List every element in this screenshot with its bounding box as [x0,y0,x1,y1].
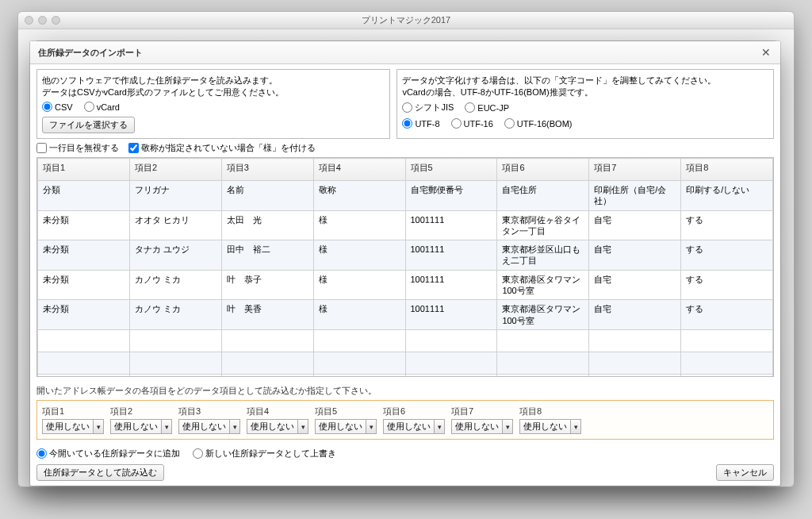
import-dialog: 住所録データのインポート ✕ 他のソフトウェアで作成した住所録データを読み込みま… [30,41,780,486]
mapping-row: 項目1使用しない▾項目2使用しない▾項目3使用しない▾項目4使用しない▾項目5使… [36,400,774,440]
cancel-button[interactable]: キャンセル [716,464,774,481]
chevron-down-icon[interactable]: ▾ [570,419,581,434]
encoding-euc-radio[interactable]: EUC-JP [465,102,509,113]
column-header[interactable]: 項目4 [313,159,405,181]
mapping-select-6[interactable]: 使用しない▾ [383,419,445,434]
mapping-select-7[interactable]: 使用しない▾ [451,419,513,434]
mapping-label: 項目3 [178,406,240,417]
mapping-label: 項目2 [110,406,172,417]
os-titlebar: プリントマジック2017 [18,12,794,29]
column-header[interactable]: 項目1 [38,159,130,181]
encoding-panel: データが文字化けする場合は、以下の「文字コード」を調整してみてください。 vCa… [396,69,774,139]
chevron-down-icon[interactable]: ▾ [161,419,172,434]
encoding-note-2: vCardの場合、UTF-8かUTF-16(BOM)推奨です。 [402,86,768,98]
table-row[interactable]: 未分類カノウ ミカ叶 美香様1001111東京都港区タワマン100号室自宅する [38,300,773,330]
mapping-select-8[interactable]: 使用しない▾ [519,419,581,434]
mapping-label: 項目5 [315,406,377,417]
encoding-utf16-radio[interactable]: UTF-16 [451,118,493,129]
dialog-title: 住所録データのインポート [38,47,143,59]
column-header[interactable]: 項目2 [129,159,221,181]
chevron-down-icon[interactable]: ▾ [434,419,445,434]
select-file-button[interactable]: ファイルを選択する [42,117,135,133]
table-row[interactable]: 未分類オオタ ヒカリ太田 光様1001111東京都阿佐ヶ谷タイタン一丁目自宅する [38,210,773,240]
import-button[interactable]: 住所録データとして読み込む [36,464,164,481]
column-header[interactable]: 項目6 [497,159,589,181]
format-csv-radio[interactable]: CSV [42,102,73,112]
chevron-down-icon[interactable]: ▾ [297,419,308,434]
column-header[interactable]: 項目7 [589,159,681,181]
chevron-down-icon[interactable]: ▾ [502,419,513,434]
column-header[interactable]: 項目8 [681,159,773,181]
table-row[interactable]: 未分類タナカ ユウジ田中 裕二様1001111東京都杉並区山口もえ二丁目自宅する [38,240,773,271]
file-note-2: データはCSVかvCard形式のファイルとしてご用意ください。 [42,86,385,98]
skip-first-row-checkbox[interactable]: 一行目を無視する [36,142,119,154]
window-title: プリントマジック2017 [18,14,794,26]
column-header[interactable]: 項目3 [221,159,313,181]
import-append-radio[interactable]: 今開いている住所録データに追加 [36,448,180,459]
table-row [38,329,773,352]
chevron-down-icon[interactable]: ▾ [366,419,377,434]
mapping-select-3[interactable]: 使用しない▾ [178,419,240,434]
table-row[interactable]: 未分類カノウ ミカ叶 恭子様1001111東京都港区タワマン100号室自宅する [38,270,773,300]
close-icon[interactable]: ✕ [760,46,772,59]
mapping-select-4[interactable]: 使用しない▾ [247,419,308,434]
table-row[interactable]: 分類フリガナ名前敬称自宅郵便番号自宅住所印刷住所（自宅/会社）印刷する/しない [38,181,773,211]
encoding-sjis-radio[interactable]: シフトJIS [402,102,454,113]
import-overwrite-radio[interactable]: 新しい住所録データとして上書き [193,448,336,459]
encoding-utf8-radio[interactable]: UTF-8 [402,118,439,129]
chevron-down-icon[interactable]: ▾ [93,419,104,434]
mapping-label: 項目6 [383,406,445,417]
mapping-label: 項目4 [247,406,308,417]
chevron-down-icon[interactable]: ▾ [229,419,240,434]
encoding-utf16bom-radio[interactable]: UTF-16(BOM) [504,118,573,129]
mapping-label: 項目1 [42,406,104,417]
table-row [38,374,773,377]
file-note-1: 他のソフトウェアで作成した住所録データを読み込みます。 [42,75,385,86]
format-vcard-radio[interactable]: vCard [84,102,120,112]
file-panel: 他のソフトウェアで作成した住所録データを読み込みます。 データはCSVかvCar… [36,69,390,139]
preview-table: 項目1項目2項目3項目4項目5項目6項目7項目8 分類フリガナ名前敬称自宅郵便番… [36,157,774,377]
table-row [38,352,773,374]
mapping-label: 項目8 [519,406,581,417]
mapping-label: 項目7 [451,406,513,417]
column-header[interactable]: 項目5 [405,159,497,181]
mapping-select-2[interactable]: 使用しない▾ [110,419,172,434]
mapping-note: 開いたアドレス帳データの各項目をどのデータ項目として読み込むか指定して下さい。 [36,385,774,397]
append-sama-checkbox[interactable]: 敬称が指定されていない場合「様」を付ける [128,142,316,154]
encoding-note-1: データが文字化けする場合は、以下の「文字コード」を調整してみてください。 [402,75,768,86]
mapping-select-5[interactable]: 使用しない▾ [315,419,377,434]
mapping-select-1[interactable]: 使用しない▾ [42,419,104,434]
